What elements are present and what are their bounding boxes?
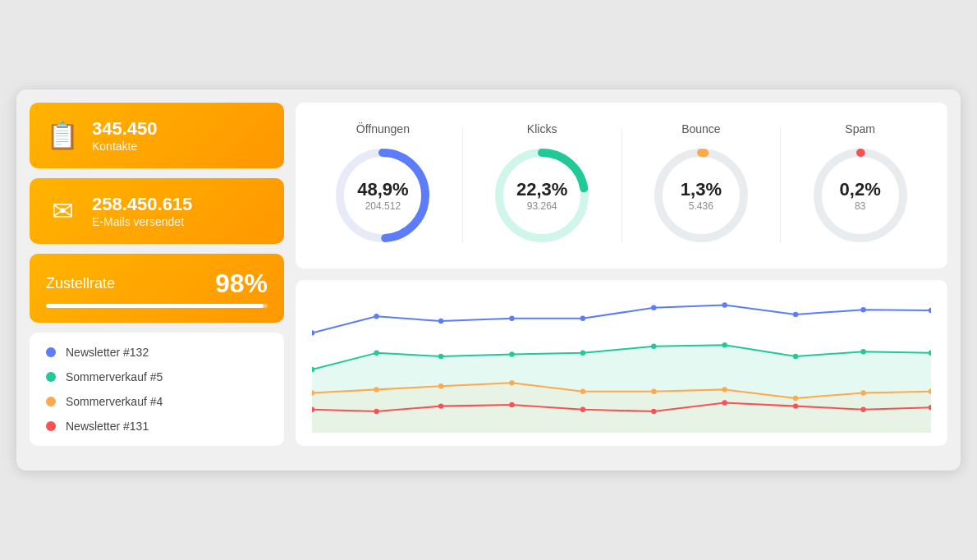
svg-point-23 — [651, 344, 656, 349]
metric-title: Öffnungen — [356, 122, 410, 135]
svg-point-31 — [509, 380, 514, 385]
metric-count: 204.512 — [357, 200, 408, 212]
metric-percent: 22,3% — [516, 179, 567, 200]
svg-point-12 — [580, 316, 585, 321]
svg-point-41 — [509, 402, 514, 407]
metric-title: Spam — [845, 122, 875, 135]
legend-label: Sommerverkauf #5 — [66, 370, 163, 383]
svg-point-32 — [580, 389, 585, 394]
svg-point-35 — [793, 396, 798, 401]
svg-point-29 — [374, 387, 378, 392]
metric-percent: 48,9% — [357, 179, 408, 200]
svg-point-19 — [374, 351, 378, 356]
svg-point-13 — [651, 305, 656, 310]
svg-point-26 — [860, 349, 865, 354]
legend-label: Newsletter #132 — [66, 346, 149, 359]
delivery-card: Zustellrate 98% — [30, 254, 284, 323]
svg-point-42 — [580, 406, 585, 411]
chart-card — [296, 280, 947, 446]
emails-icon: ✉ — [46, 195, 79, 227]
metric-item: Öffnungen 48,9% 204.512 — [312, 122, 454, 249]
legend-item: Newsletter #131 — [46, 420, 268, 433]
svg-point-46 — [860, 406, 865, 411]
metrics-card: Öffnungen 48,9% 204.512 Klicks — [296, 103, 947, 269]
svg-point-39 — [374, 409, 378, 414]
left-column: 📋 345.450 Kontakte ✉ 258.450.615 E-Mails… — [30, 103, 284, 446]
svg-point-14 — [722, 302, 727, 307]
metric-center: 0,2% 83 — [840, 179, 881, 212]
right-column: Öffnungen 48,9% 204.512 Klicks — [296, 103, 947, 446]
contacts-label: Kontakte — [92, 140, 158, 153]
svg-point-34 — [722, 387, 727, 392]
svg-point-45 — [793, 403, 798, 408]
metric-item: Spam 0,2% 83 — [789, 122, 931, 249]
delivery-progress-bg — [46, 304, 268, 308]
metric-item: Bounce 1,3% 5.436 — [631, 122, 773, 249]
svg-point-30 — [438, 383, 443, 388]
svg-point-33 — [651, 389, 656, 394]
svg-point-10 — [438, 319, 443, 324]
emails-label: E-Mails versendet — [92, 215, 192, 228]
divider — [462, 128, 463, 243]
legend-color — [46, 372, 56, 382]
svg-point-20 — [438, 354, 443, 359]
metric-center: 1,3% 5.436 — [681, 179, 722, 212]
legend-card: Newsletter #132 Sommerverkauf #5 Sommerv… — [30, 333, 284, 446]
metric-count: 5.436 — [681, 200, 722, 212]
contacts-icon: 📋 — [46, 120, 79, 151]
svg-point-15 — [793, 312, 798, 317]
svg-point-11 — [509, 316, 514, 321]
svg-point-24 — [722, 342, 727, 347]
metric-percent: 1,3% — [681, 179, 722, 200]
legend-color — [46, 347, 56, 357]
svg-point-17 — [929, 308, 931, 313]
metric-title: Bounce — [681, 122, 720, 135]
svg-point-43 — [651, 409, 656, 414]
legend-label: Sommerverkauf #4 — [66, 395, 163, 408]
delivery-progress-fill — [46, 304, 264, 308]
legend-item: Sommerverkauf #5 — [46, 370, 268, 383]
metric-percent: 0,2% — [840, 179, 881, 200]
legend-item: Sommerverkauf #4 — [46, 395, 268, 408]
delivery-label: Zustellrate — [46, 275, 115, 292]
svg-point-44 — [722, 400, 727, 405]
svg-point-21 — [509, 351, 514, 356]
metric-center: 22,3% 93.264 — [516, 179, 567, 212]
contacts-card: 📋 345.450 Kontakte — [30, 103, 284, 168]
emails-number: 258.450.615 — [92, 194, 192, 215]
metric-title: Klicks — [527, 122, 557, 135]
metric-chart: 0,2% 83 — [807, 142, 914, 249]
divider — [622, 128, 622, 243]
metric-count: 83 — [840, 200, 881, 212]
metric-chart: 48,9% 204.512 — [329, 142, 436, 249]
emails-card: ✉ 258.450.615 E-Mails versendet — [30, 178, 284, 244]
metric-chart: 1,3% 5.436 — [648, 142, 755, 249]
delivery-percent: 98% — [215, 269, 268, 299]
divider — [780, 128, 781, 243]
svg-point-8 — [312, 330, 314, 335]
svg-point-36 — [860, 390, 865, 395]
legend-label: Newsletter #131 — [66, 420, 149, 433]
svg-point-16 — [860, 307, 865, 312]
contacts-number: 345.450 — [92, 118, 158, 140]
svg-point-9 — [374, 314, 378, 319]
metric-count: 93.264 — [516, 200, 567, 212]
metric-chart: 22,3% 93.264 — [488, 142, 595, 249]
svg-point-25 — [793, 354, 798, 359]
svg-point-22 — [580, 351, 585, 356]
legend-color — [46, 421, 56, 431]
dashboard: 📋 345.450 Kontakte ✉ 258.450.615 E-Mails… — [16, 90, 961, 470]
metric-item: Klicks 22,3% 93.264 — [471, 122, 613, 249]
svg-point-40 — [438, 403, 443, 408]
metric-center: 48,9% 204.512 — [357, 179, 408, 212]
legend-color — [46, 397, 56, 406]
legend-item: Newsletter #132 — [46, 346, 268, 359]
